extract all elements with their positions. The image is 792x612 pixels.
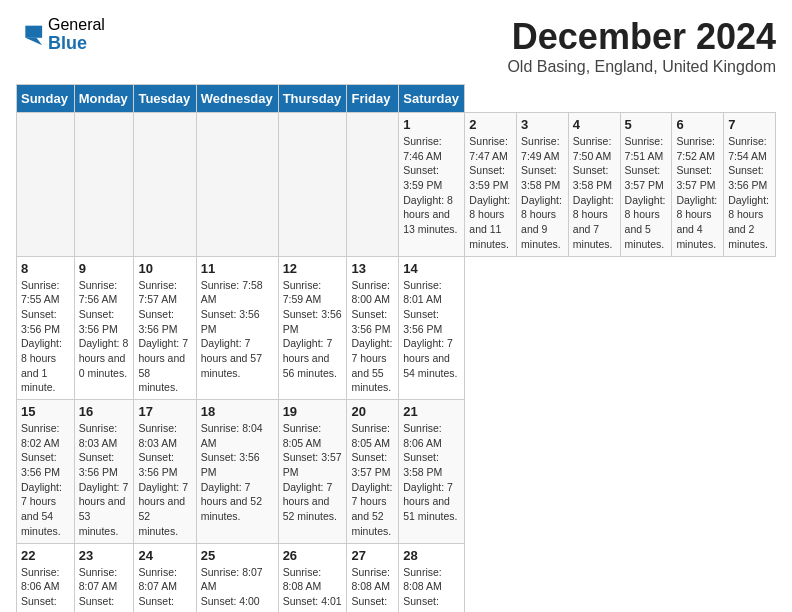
- day-info: Sunrise: 8:05 AMSunset: 3:57 PMDaylight:…: [283, 421, 343, 524]
- calendar-cell: 28Sunrise: 8:08 AMSunset: 4:02 PMDayligh…: [399, 543, 465, 612]
- day-number: 12: [283, 261, 343, 276]
- day-info: Sunrise: 8:08 AMSunset: 4:02 PMDaylight:…: [403, 565, 460, 613]
- day-number: 25: [201, 548, 274, 563]
- calendar-week-2: 15Sunrise: 8:02 AMSunset: 3:56 PMDayligh…: [17, 400, 776, 544]
- day-info: Sunrise: 7:47 AMSunset: 3:59 PMDaylight:…: [469, 134, 512, 252]
- day-info: Sunrise: 7:56 AMSunset: 3:56 PMDaylight:…: [79, 278, 130, 381]
- calendar-cell: 13Sunrise: 8:00 AMSunset: 3:56 PMDayligh…: [347, 256, 399, 400]
- calendar-cell: 15Sunrise: 8:02 AMSunset: 3:56 PMDayligh…: [17, 400, 75, 544]
- header-day-wednesday: Wednesday: [196, 85, 278, 113]
- calendar-cell: 10Sunrise: 7:57 AMSunset: 3:56 PMDayligh…: [134, 256, 196, 400]
- calendar-cell: 24Sunrise: 8:07 AMSunset: 3:59 PMDayligh…: [134, 543, 196, 612]
- calendar-cell: 14Sunrise: 8:01 AMSunset: 3:56 PMDayligh…: [399, 256, 465, 400]
- day-number: 8: [21, 261, 70, 276]
- day-info: Sunrise: 7:58 AMSunset: 3:56 PMDaylight:…: [201, 278, 274, 381]
- day-number: 17: [138, 404, 191, 419]
- calendar-cell: 3Sunrise: 7:49 AMSunset: 3:58 PMDaylight…: [517, 113, 569, 257]
- day-number: 4: [573, 117, 616, 132]
- header: General Blue December 2024 Old Basing, E…: [16, 16, 776, 76]
- day-number: 26: [283, 548, 343, 563]
- calendar-cell: [134, 113, 196, 257]
- day-info: Sunrise: 7:52 AMSunset: 3:57 PMDaylight:…: [676, 134, 719, 252]
- svg-marker-0: [25, 25, 42, 37]
- day-info: Sunrise: 8:07 AMSunset: 3:59 PMDaylight:…: [138, 565, 191, 613]
- day-info: Sunrise: 8:03 AMSunset: 3:56 PMDaylight:…: [79, 421, 130, 539]
- calendar-cell: 8Sunrise: 7:55 AMSunset: 3:56 PMDaylight…: [17, 256, 75, 400]
- calendar-cell: 21Sunrise: 8:06 AMSunset: 3:58 PMDayligh…: [399, 400, 465, 544]
- calendar-cell: 20Sunrise: 8:05 AMSunset: 3:57 PMDayligh…: [347, 400, 399, 544]
- day-info: Sunrise: 8:06 AMSunset: 3:58 PMDaylight:…: [403, 421, 460, 524]
- day-info: Sunrise: 8:05 AMSunset: 3:57 PMDaylight:…: [351, 421, 394, 539]
- day-number: 18: [201, 404, 274, 419]
- day-info: Sunrise: 8:00 AMSunset: 3:56 PMDaylight:…: [351, 278, 394, 396]
- header-day-sunday: Sunday: [17, 85, 75, 113]
- day-number: 27: [351, 548, 394, 563]
- day-info: Sunrise: 7:57 AMSunset: 3:56 PMDaylight:…: [138, 278, 191, 396]
- calendar-week-3: 22Sunrise: 8:06 AMSunset: 3:58 PMDayligh…: [17, 543, 776, 612]
- day-info: Sunrise: 8:04 AMSunset: 3:56 PMDaylight:…: [201, 421, 274, 524]
- day-number: 21: [403, 404, 460, 419]
- calendar-cell: 9Sunrise: 7:56 AMSunset: 3:56 PMDaylight…: [74, 256, 134, 400]
- calendar-week-1: 8Sunrise: 7:55 AMSunset: 3:56 PMDaylight…: [17, 256, 776, 400]
- day-info: Sunrise: 8:08 AMSunset: 4:01 PMDaylight:…: [351, 565, 394, 613]
- calendar-cell: 16Sunrise: 8:03 AMSunset: 3:56 PMDayligh…: [74, 400, 134, 544]
- logo-text: General Blue: [48, 16, 105, 53]
- day-number: 24: [138, 548, 191, 563]
- calendar-cell: [278, 113, 347, 257]
- day-number: 6: [676, 117, 719, 132]
- calendar-cell: 2Sunrise: 7:47 AMSunset: 3:59 PMDaylight…: [465, 113, 517, 257]
- calendar-cell: 6Sunrise: 7:52 AMSunset: 3:57 PMDaylight…: [672, 113, 724, 257]
- calendar-cell: 22Sunrise: 8:06 AMSunset: 3:58 PMDayligh…: [17, 543, 75, 612]
- header-day-friday: Friday: [347, 85, 399, 113]
- main-title: December 2024: [507, 16, 776, 58]
- day-number: 1: [403, 117, 460, 132]
- day-info: Sunrise: 7:50 AMSunset: 3:58 PMDaylight:…: [573, 134, 616, 252]
- calendar-cell: 1Sunrise: 7:46 AMSunset: 3:59 PMDaylight…: [399, 113, 465, 257]
- day-number: 5: [625, 117, 668, 132]
- day-number: 22: [21, 548, 70, 563]
- day-info: Sunrise: 8:03 AMSunset: 3:56 PMDaylight:…: [138, 421, 191, 539]
- day-info: Sunrise: 7:55 AMSunset: 3:56 PMDaylight:…: [21, 278, 70, 396]
- logo-general: General: [48, 16, 105, 34]
- subtitle: Old Basing, England, United Kingdom: [507, 58, 776, 76]
- calendar-cell: 12Sunrise: 7:59 AMSunset: 3:56 PMDayligh…: [278, 256, 347, 400]
- calendar-cell: [347, 113, 399, 257]
- day-number: 28: [403, 548, 460, 563]
- day-info: Sunrise: 8:01 AMSunset: 3:56 PMDaylight:…: [403, 278, 460, 381]
- day-info: Sunrise: 8:02 AMSunset: 3:56 PMDaylight:…: [21, 421, 70, 539]
- header-day-thursday: Thursday: [278, 85, 347, 113]
- logo: General Blue: [16, 16, 105, 53]
- title-area: December 2024 Old Basing, England, Unite…: [507, 16, 776, 76]
- day-number: 20: [351, 404, 394, 419]
- day-info: Sunrise: 8:07 AMSunset: 3:59 PMDaylight:…: [79, 565, 130, 613]
- day-info: Sunrise: 7:59 AMSunset: 3:56 PMDaylight:…: [283, 278, 343, 381]
- calendar-cell: [74, 113, 134, 257]
- day-number: 19: [283, 404, 343, 419]
- calendar-cell: 18Sunrise: 8:04 AMSunset: 3:56 PMDayligh…: [196, 400, 278, 544]
- day-number: 3: [521, 117, 564, 132]
- day-info: Sunrise: 8:06 AMSunset: 3:58 PMDaylight:…: [21, 565, 70, 613]
- calendar-cell: 25Sunrise: 8:07 AMSunset: 4:00 PMDayligh…: [196, 543, 278, 612]
- calendar-cell: 17Sunrise: 8:03 AMSunset: 3:56 PMDayligh…: [134, 400, 196, 544]
- logo-icon: [16, 21, 44, 49]
- day-number: 9: [79, 261, 130, 276]
- calendar-cell: 27Sunrise: 8:08 AMSunset: 4:01 PMDayligh…: [347, 543, 399, 612]
- day-info: Sunrise: 7:54 AMSunset: 3:56 PMDaylight:…: [728, 134, 771, 252]
- day-info: Sunrise: 8:07 AMSunset: 4:00 PMDaylight:…: [201, 565, 274, 613]
- calendar-cell: 4Sunrise: 7:50 AMSunset: 3:58 PMDaylight…: [568, 113, 620, 257]
- calendar-cell: 11Sunrise: 7:58 AMSunset: 3:56 PMDayligh…: [196, 256, 278, 400]
- day-number: 15: [21, 404, 70, 419]
- calendar-header-row: SundayMondayTuesdayWednesdayThursdayFrid…: [17, 85, 776, 113]
- calendar-cell: [17, 113, 75, 257]
- calendar-cell: 23Sunrise: 8:07 AMSunset: 3:59 PMDayligh…: [74, 543, 134, 612]
- day-info: Sunrise: 7:51 AMSunset: 3:57 PMDaylight:…: [625, 134, 668, 252]
- day-number: 11: [201, 261, 274, 276]
- calendar-week-0: 1Sunrise: 7:46 AMSunset: 3:59 PMDaylight…: [17, 113, 776, 257]
- calendar-cell: 26Sunrise: 8:08 AMSunset: 4:01 PMDayligh…: [278, 543, 347, 612]
- day-number: 23: [79, 548, 130, 563]
- header-day-saturday: Saturday: [399, 85, 465, 113]
- logo-blue: Blue: [48, 34, 105, 54]
- day-number: 7: [728, 117, 771, 132]
- day-number: 14: [403, 261, 460, 276]
- day-info: Sunrise: 7:46 AMSunset: 3:59 PMDaylight:…: [403, 134, 460, 237]
